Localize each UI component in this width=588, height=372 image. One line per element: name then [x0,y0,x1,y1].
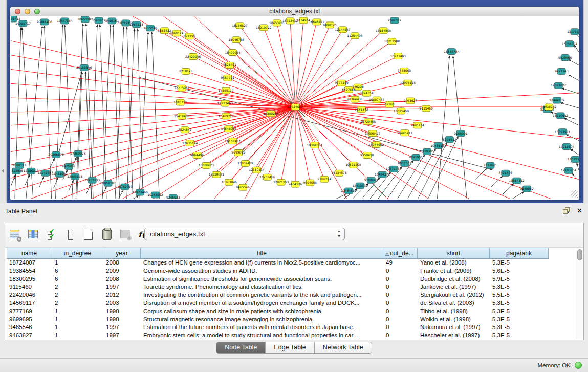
graph-node[interactable]: 10588623 [199,162,214,168]
graph-node[interactable]: 8466161 [105,18,119,24]
cell-name[interactable]: 9463627 [7,332,52,340]
graph-node[interactable]: 3313925 [11,168,23,174]
cell-in_degree[interactable]: 1 [52,332,103,340]
graph-node[interactable]: 16648121 [309,19,325,25]
graph-node[interactable]: 9350458 [360,152,374,159]
cell-out_degree[interactable]: 0 [383,267,418,275]
unselect-all-button[interactable] [64,228,77,242]
cell-short[interactable]: Nakamura et al. (1997) [418,323,490,332]
cell-name[interactable]: 19384554 [7,267,52,275]
table-row[interactable]: 946554611997Estimation of the future num… [7,323,582,332]
cell-in_degree[interactable]: 6 [52,275,103,283]
tab-node-table[interactable]: Node Table [216,342,266,353]
show-columns-button[interactable] [28,228,40,242]
graph-node[interactable]: 10469717 [219,113,234,119]
graph-node[interactable]: 9495764 [410,122,424,128]
cell-title[interactable]: Structural magnetic resonance image aver… [141,316,383,324]
memory-status-indicator[interactable] [575,362,582,369]
tab-network-table[interactable]: Network Table [315,342,372,353]
left-collapsed-panel-strip[interactable] [0,0,7,203]
cell-in_degree[interactable]: 1 [52,323,103,332]
float-panel-icon[interactable] [563,207,570,214]
graph-node[interactable]: 2718126 [179,68,193,74]
cell-name[interactable]: 22420046 [7,291,52,299]
cell-short[interactable]: Franke et al. (2009) [418,267,490,275]
graph-node[interactable]: 12213463 [217,100,233,106]
cell-year[interactable]: 1998 [103,316,141,324]
graph-node[interactable]: 3824554 [360,90,374,96]
graph-node[interactable]: 9975887 [62,163,76,169]
table-mode-button[interactable] [9,228,21,242]
cell-title[interactable]: Changes of HCN gene expression and I(f) … [141,259,383,267]
cell-name[interactable]: 9777169 [7,308,52,316]
cell-year[interactable]: 1997 [103,332,141,340]
cell-out_degree[interactable]: 0 [383,283,418,291]
graph-node[interactable]: 8508123 [13,162,27,168]
graph-node[interactable]: 9245033 [166,194,180,199]
table-row[interactable]: 2242004622012Investigating the contribut… [7,291,582,299]
graph-node[interactable]: 11254498 [347,33,363,39]
cell-short[interactable]: Dudbridge et al. (2008) [418,275,490,283]
cell-title[interactable]: Tourette syndrome. Phenomenology and cla… [141,283,383,291]
cell-in_degree[interactable]: 2 [52,291,103,299]
graph-node[interactable]: 12103654 [561,167,577,173]
graph-node[interactable]: 15484371 [375,171,390,178]
column-header-pagerank[interactable]: pagerank [490,248,549,259]
column-header-year[interactable]: year [103,248,141,259]
cell-short[interactable]: Stergiakouli et al. (2012) [418,291,490,299]
graph-node[interactable]: 12528871 [209,171,225,178]
graph-node[interactable]: 6791912 [443,137,456,143]
cell-out_degree[interactable]: 0 [383,291,418,299]
cell-pagerank[interactable]: 5.3E-5 [490,332,549,340]
graph-node[interactable]: 11253416 [259,174,275,180]
graph-node[interactable]: 1967135 [129,21,143,28]
graph-node[interactable]: 10025458 [394,108,409,114]
graph-node[interactable]: 9064496 [190,152,204,159]
cell-short[interactable]: Jankovic et al. (1997) [418,283,490,291]
graph-node[interactable]: 7524542 [178,127,192,133]
cell-year[interactable]: 2012 [103,291,141,299]
graph-node[interactable]: 11675338 [568,156,579,162]
graph-node[interactable]: 9529966 [558,55,572,61]
graph-node[interactable]: 10698427 [365,130,381,137]
network-canvas[interactable]: 1573341214055717208914061988736410653287… [11,16,579,199]
graph-node[interactable]: 16154808 [376,28,391,34]
cell-in_degree[interactable]: 1 [52,259,103,267]
graph-node[interactable]: 16648784 [444,49,460,55]
cell-title[interactable]: Estimation of the future numbers of pati… [141,323,383,332]
graph-node[interactable]: 12213988 [384,38,400,45]
graph-node[interactable]: 11007419 [237,160,253,166]
window-resize-grip[interactable] [571,190,578,198]
column-header-in_degree[interactable]: in_degree [52,248,103,259]
cell-short[interactable]: Wolkin et al. (1998) [418,316,490,324]
cell-title[interactable]: Embryonic stem cells: a model to study s… [141,332,383,340]
graph-node[interactable]: 10958107 [100,180,116,186]
graph-node[interactable]: 15723412 [282,18,298,24]
column-header-out_degree[interactable]: △out_de... [383,248,418,259]
cell-year[interactable]: 1998 [103,308,141,316]
panel-collapse-arrow-icon[interactable] [2,169,4,173]
graph-node[interactable]: 10591208 [345,162,361,168]
table-vertical-scrollbar[interactable] [576,248,583,339]
graph-node[interactable]: 9108091 [454,130,468,137]
cell-short[interactable]: Hescheler et al. (1997) [418,332,490,340]
right-collapsed-panel-strip[interactable] [583,0,588,203]
graph-node[interactable]: 8134904 [297,17,311,24]
cell-title[interactable]: Investigating the contribution of common… [141,291,383,299]
graph-node[interactable]: 14055717 [15,20,31,27]
graph-node[interactable]: 7386372 [355,106,368,113]
graph-node[interactable]: 15410488 [174,113,190,119]
cell-out_degree[interactable]: 0 [383,332,418,340]
cell-year[interactable]: 2009 [103,267,141,275]
graph-node[interactable]: 12156813 [24,168,39,174]
cell-out_degree[interactable]: 0 [383,323,418,332]
graph-node[interactable]: 10807487 [369,97,385,103]
cell-pagerank[interactable]: 5.3E-5 [490,259,549,267]
graph-node[interactable]: 12975115 [400,80,416,86]
graph-node[interactable]: 12350134 [249,167,265,173]
table-row[interactable]: 946362711997Embryonic stem cells: a mode… [7,332,582,340]
graph-node[interactable]: 9465546 [236,184,250,190]
graph-node[interactable]: 12144547 [335,27,351,33]
cell-out_degree[interactable]: 0 [383,275,418,283]
cell-title[interactable]: Disruption of a novel member of a sodium… [141,299,383,308]
